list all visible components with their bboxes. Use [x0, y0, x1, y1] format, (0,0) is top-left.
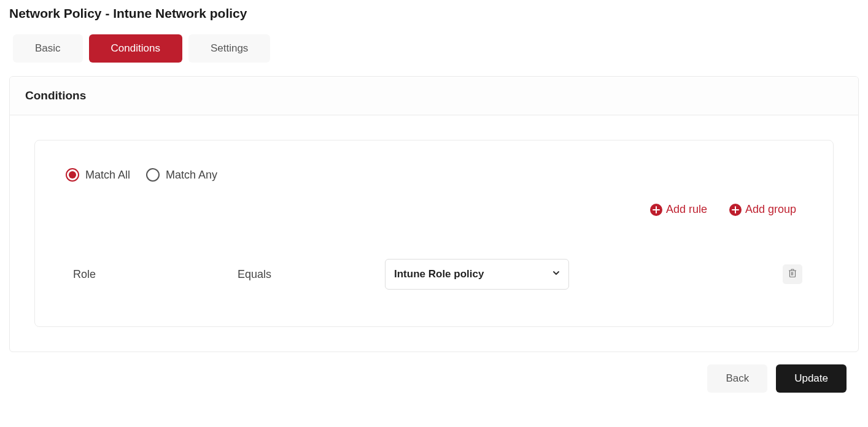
rule-value-select-wrap: Intune Role policy: [385, 259, 569, 290]
rule-row: Role Equals Intune Role policy: [66, 259, 802, 290]
tab-basic[interactable]: Basic: [13, 34, 83, 63]
tab-conditions[interactable]: Conditions: [89, 34, 182, 63]
match-mode-row: Match All Match Any: [66, 168, 802, 182]
radio-selected-icon: [66, 168, 79, 182]
update-button[interactable]: Update: [776, 364, 847, 393]
rule-operator-label: Equals: [238, 268, 373, 281]
match-any-radio[interactable]: Match Any: [146, 168, 217, 182]
back-button[interactable]: Back: [707, 364, 767, 393]
page-title: Network Policy - Intune Network policy: [9, 6, 859, 21]
radio-unselected-icon: [146, 168, 160, 182]
plus-circle-icon: [729, 204, 742, 216]
add-group-label: Add group: [745, 203, 796, 216]
tabs-row: Basic Conditions Settings: [9, 34, 859, 63]
rule-field-label: Role: [66, 268, 225, 281]
plus-circle-icon: [650, 204, 662, 216]
match-all-radio[interactable]: Match All: [66, 168, 130, 182]
trash-icon: [788, 268, 797, 280]
panel-header: Conditions: [10, 77, 858, 115]
panel-body: Match All Match Any Add rule: [10, 115, 858, 352]
conditions-card: Match All Match Any Add rule: [34, 140, 834, 327]
rule-actions-row: Add rule Add group: [66, 203, 802, 216]
rule-value-select[interactable]: Intune Role policy: [385, 259, 569, 290]
delete-rule-button[interactable]: [783, 264, 802, 284]
conditions-panel: Conditions Match All Match Any Add ru: [9, 76, 859, 352]
tab-settings[interactable]: Settings: [188, 34, 270, 63]
match-any-label: Match Any: [166, 169, 217, 182]
add-rule-label: Add rule: [666, 203, 707, 216]
add-rule-button[interactable]: Add rule: [650, 203, 707, 216]
footer-buttons: Back Update: [9, 364, 859, 393]
add-group-button[interactable]: Add group: [729, 203, 796, 216]
match-all-label: Match All: [85, 169, 130, 182]
